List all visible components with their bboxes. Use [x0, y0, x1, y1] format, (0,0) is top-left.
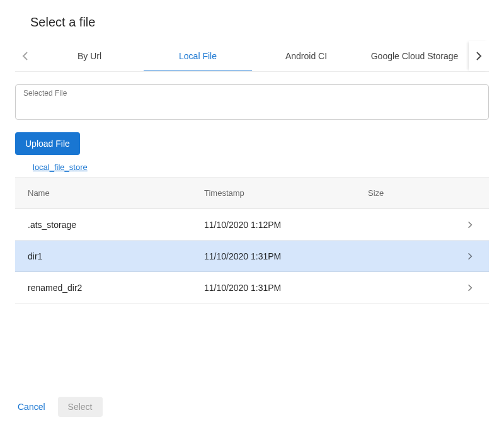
row-open[interactable] [451, 283, 489, 292]
chevron-right-icon [467, 220, 472, 229]
selected-file-input[interactable] [23, 99, 481, 111]
chevron-right-icon [467, 252, 472, 261]
tab-label: By Url [77, 51, 101, 61]
cell-timestamp: 11/10/2020 1:12PM [204, 220, 368, 230]
breadcrumb-root[interactable]: local_file_store [33, 162, 489, 172]
tabs-scroll-left[interactable] [15, 41, 35, 71]
tab-label: Android CI [285, 51, 327, 61]
cell-name: .ats_storage [15, 220, 204, 230]
tabs-bar: By Url Local File Android CI Google Clou… [15, 41, 489, 72]
dialog-actions: Cancel Select [15, 397, 103, 417]
selected-file-label: Selected File [23, 89, 481, 98]
tab-label: Local File [179, 51, 217, 61]
row-open[interactable] [451, 220, 489, 229]
tab-local-file[interactable]: Local File [144, 41, 252, 71]
chevron-right-icon [476, 51, 482, 61]
tab-google-cloud-storage[interactable]: Google Cloud Storage [360, 41, 469, 71]
tab-by-url[interactable]: By Url [35, 41, 144, 71]
col-header-size: Size [368, 188, 451, 198]
cell-timestamp: 11/10/2020 1:31PM [204, 251, 368, 261]
cell-name: renamed_dir2 [15, 283, 204, 293]
cell-timestamp: 11/10/2020 1:31PM [204, 283, 368, 293]
select-button: Select [58, 397, 103, 417]
tab-label: Google Cloud Storage [371, 51, 459, 61]
table-row[interactable]: .ats_storage 11/10/2020 1:12PM [15, 209, 489, 241]
upload-file-button[interactable]: Upload File [15, 132, 80, 155]
dialog-title: Select a file [15, 15, 489, 30]
tabs-list: By Url Local File Android CI Google Clou… [35, 41, 469, 71]
file-table: Name Timestamp Size .ats_storage 11/10/2… [15, 177, 489, 304]
row-open[interactable] [451, 252, 489, 261]
selected-file-field[interactable]: Selected File [15, 84, 489, 120]
table-row[interactable]: dir1 11/10/2020 1:31PM [15, 241, 489, 272]
local-file-pane: Selected File Upload File local_file_sto… [15, 72, 489, 432]
chevron-right-icon [467, 283, 472, 292]
tab-android-ci[interactable]: Android CI [252, 41, 360, 71]
cancel-button[interactable]: Cancel [15, 397, 48, 417]
col-header-name: Name [15, 188, 204, 198]
table-row[interactable]: renamed_dir2 11/10/2020 1:31PM [15, 272, 489, 304]
col-header-timestamp: Timestamp [204, 188, 368, 198]
select-file-dialog: Select a file By Url Local File Android … [0, 0, 504, 432]
cell-name: dir1 [15, 251, 204, 261]
tabs-scroll-right[interactable] [469, 41, 489, 71]
chevron-left-icon [22, 51, 28, 61]
table-header: Name Timestamp Size [15, 178, 489, 209]
